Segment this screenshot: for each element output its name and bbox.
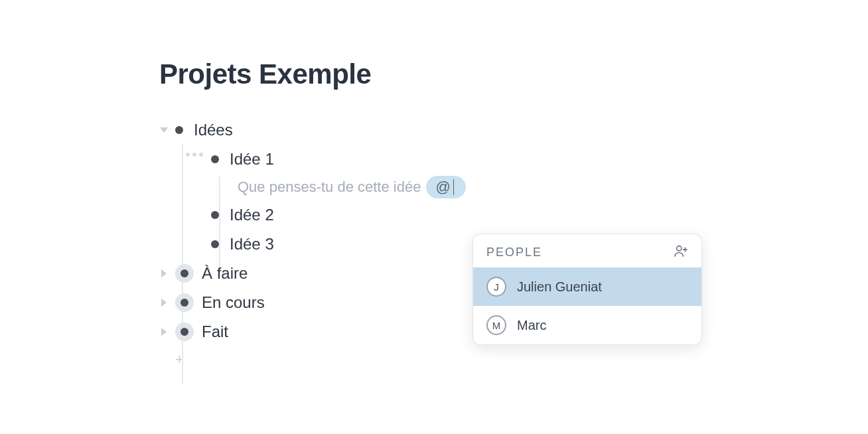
- outline-node-idees[interactable]: Idées: [159, 115, 703, 145]
- bullet-icon[interactable]: [211, 155, 219, 163]
- add-node-button[interactable]: +: [159, 346, 703, 373]
- person-name: Marc: [517, 318, 546, 333]
- bullet-collapsed-icon[interactable]: [175, 293, 194, 312]
- mention-option-julien[interactable]: J Julien Gueniat: [473, 267, 701, 306]
- mention-popup: PEOPLE J Julien Gueniat M Marc: [472, 234, 702, 345]
- node-label[interactable]: Idée 3: [230, 235, 274, 253]
- disclosure-right-icon[interactable]: [159, 298, 169, 307]
- popup-header: PEOPLE: [473, 234, 701, 267]
- avatar: J: [486, 277, 506, 297]
- node-label[interactable]: Fait: [202, 323, 228, 341]
- node-label[interactable]: Idée 2: [230, 206, 274, 224]
- node-note-input[interactable]: Que penses-tu de cette idée @: [159, 174, 703, 200]
- node-label[interactable]: Idées: [194, 121, 233, 139]
- mention-pill[interactable]: @: [426, 176, 466, 198]
- person-name: Julien Gueniat: [517, 279, 602, 295]
- avatar: M: [486, 315, 506, 335]
- bullet-icon[interactable]: [211, 211, 219, 219]
- outline-node-idee2[interactable]: Idée 2: [159, 200, 703, 230]
- disclosure-right-icon[interactable]: [159, 327, 169, 336]
- disclosure-right-icon[interactable]: [159, 269, 169, 278]
- more-actions-icon[interactable]: [186, 153, 203, 157]
- page-title: Projets Exemple: [159, 58, 703, 90]
- node-label[interactable]: En cours: [202, 293, 265, 312]
- bullet-icon[interactable]: [175, 126, 183, 134]
- text-cursor: [453, 179, 455, 195]
- popup-title: PEOPLE: [486, 246, 542, 259]
- bullet-collapsed-icon[interactable]: [175, 264, 194, 283]
- bullet-collapsed-icon[interactable]: [175, 323, 194, 341]
- disclosure-down-icon[interactable]: [159, 125, 169, 135]
- svg-point-0: [677, 246, 682, 251]
- node-label[interactable]: Idée 1: [230, 150, 274, 169]
- mention-option-marc[interactable]: M Marc: [473, 306, 701, 344]
- bullet-icon[interactable]: [211, 240, 219, 248]
- add-person-icon[interactable]: [674, 244, 688, 261]
- node-label[interactable]: À faire: [202, 264, 248, 283]
- outline-node-idee1[interactable]: Idée 1: [159, 145, 703, 174]
- mention-trigger: @: [435, 179, 450, 196]
- comment-text[interactable]: Que penses-tu de cette idée: [238, 179, 421, 196]
